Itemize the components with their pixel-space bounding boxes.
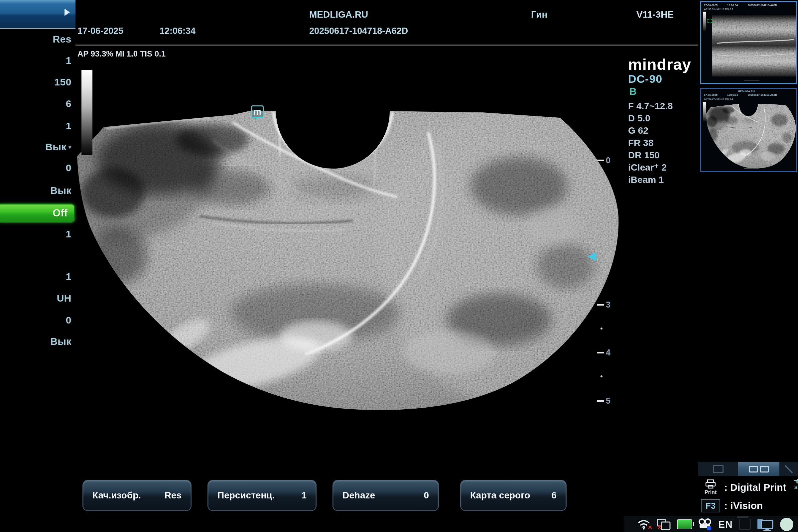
exam-date: 17-06-2025 xyxy=(77,26,124,36)
ultrasound-image[interactable] xyxy=(50,46,698,482)
focus-arrow-icon[interactable] xyxy=(588,252,596,261)
preset-box[interactable] xyxy=(0,0,75,29)
thumb-id: 20250617-104718-A62D xyxy=(748,93,777,96)
wifi-icon[interactable]: ✕ xyxy=(637,519,650,530)
softkey-value: Res xyxy=(165,490,182,501)
probe-name: V11-3HE xyxy=(636,9,673,20)
site-title: MEDLIGA.RU xyxy=(309,9,368,20)
f3-key-label: F3 xyxy=(706,501,716,511)
softkey-label: Карта серого xyxy=(470,490,530,501)
print-button[interactable]: Print xyxy=(701,479,720,495)
layout-tab-single[interactable] xyxy=(698,462,738,476)
print-caption: Print xyxy=(701,490,720,495)
softkey-image-quality[interactable]: Кач.изобр. Res xyxy=(82,480,191,511)
f3-shortcut-row: F3 : iVision xyxy=(701,498,798,513)
save-caption: Sa xyxy=(794,484,798,490)
softkey-label: Персистенц. xyxy=(217,490,274,501)
thumb-date: 17-06-2025 xyxy=(704,4,718,7)
orientation-marker-letter: m xyxy=(253,107,261,117)
thumb-fan-art xyxy=(706,101,796,170)
system-taskbar: ✕ ✕ EN xyxy=(624,516,798,532)
exam-type: Гин xyxy=(531,9,547,20)
softkey-value: 0 xyxy=(424,490,429,501)
save-arrows-icon xyxy=(794,479,798,483)
printer-icon xyxy=(705,479,716,489)
softkey-value: 1 xyxy=(301,490,307,501)
thumb-time: 12:06:34 xyxy=(727,4,738,7)
thumb-date: 17-06-2025 xyxy=(704,93,718,96)
layout-tab-dual[interactable] xyxy=(738,462,779,476)
thumb-grayscale-bar xyxy=(703,12,706,31)
softkey-persistence[interactable]: Персистенц. 1 xyxy=(208,480,317,511)
softkey-gray-map[interactable]: Карта серого 6 xyxy=(460,480,567,511)
thumb-linear-art xyxy=(707,12,797,80)
softkey-dehaze[interactable]: Dehaze 0 xyxy=(332,480,439,511)
softkey-value-label: Res xyxy=(0,34,72,45)
thumb-scale-line xyxy=(744,168,759,169)
thumb-ap: AP 93.3% MI 1.0 TIS 0.1 xyxy=(704,97,733,100)
language-indicator[interactable]: EN xyxy=(718,519,733,530)
layout-tab-quad[interactable] xyxy=(779,462,798,476)
thumbnail-linear-image[interactable]: 17-06-2025 12:06:34 20250617-104718-A62D… xyxy=(700,1,797,84)
status-circle-icon[interactable] xyxy=(780,518,793,531)
battery-icon[interactable] xyxy=(677,519,692,529)
exam-time: 12:06:34 xyxy=(159,26,195,36)
recycle-icon[interactable] xyxy=(739,519,751,530)
digital-print-label: : Digital Print xyxy=(724,482,786,493)
quad-frame-icon xyxy=(784,465,793,474)
orientation-marker: m xyxy=(251,106,264,118)
header-divider xyxy=(75,44,698,45)
save-button-partial[interactable]: Sa xyxy=(791,479,798,490)
thumb-grayscale-bar xyxy=(703,102,706,121)
thumb-scale-line xyxy=(744,80,759,81)
grayscale-bar xyxy=(81,70,92,155)
thumb-site: MEDLIGA.RU xyxy=(738,90,755,93)
thumb-time: 12:06:34 xyxy=(727,93,738,96)
dual-frame-icon xyxy=(749,466,758,473)
ultrasound-screen: Res115061Вык▾0ВыкOff11UH0Вык 17-06-2025 … xyxy=(0,0,798,532)
exam-id: 20250617-104718-A62D xyxy=(309,26,408,36)
single-frame-icon xyxy=(713,465,723,473)
thumb-id: 20250617-104718-A62D xyxy=(748,4,777,7)
layout-selector xyxy=(698,462,798,476)
monitor-icon[interactable] xyxy=(757,518,774,531)
softkey-label: Dehaze xyxy=(342,490,375,501)
f3-key-button[interactable]: F3 xyxy=(701,499,720,512)
softkey-value: 6 xyxy=(551,490,557,501)
thumb-ap: AP 93.3% MI 1.0 TIS 0.1 xyxy=(704,8,733,11)
clip-record-icon[interactable] xyxy=(698,518,712,530)
ivision-label: : iVision xyxy=(724,500,763,511)
dual-frame-icon xyxy=(760,466,769,473)
print-shortcut-row: Print : Digital Print xyxy=(701,478,798,497)
thumbnail-fan-image[interactable]: MEDLIGA.RU 17-06-2025 12:06:34 20250617-… xyxy=(700,88,797,172)
expand-arrow-icon[interactable] xyxy=(64,8,70,16)
display-mirror-icon[interactable]: ✕ xyxy=(657,518,671,530)
softkey-label: Кач.изобр. xyxy=(92,490,141,501)
